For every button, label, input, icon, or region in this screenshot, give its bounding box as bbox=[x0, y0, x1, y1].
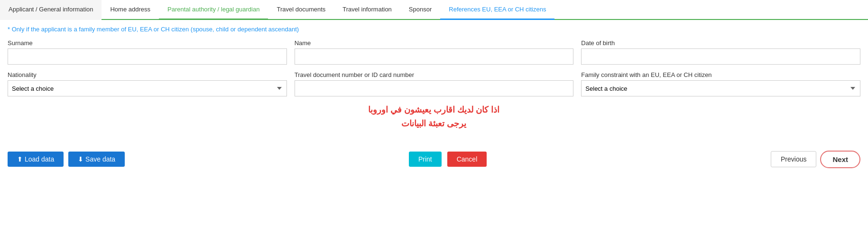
surname-group: Surname bbox=[8, 39, 287, 65]
travel-doc-group: Travel document number or ID card number bbox=[295, 71, 574, 96]
surname-input[interactable] bbox=[8, 48, 287, 65]
row-details: Nationality Select a choice Travel docum… bbox=[8, 71, 860, 96]
dob-label: Date of birth bbox=[581, 39, 860, 47]
family-constraint-group: Family constraint with an EU, EEA or CH … bbox=[581, 71, 860, 96]
tab-travel-docs[interactable]: Travel documents bbox=[268, 0, 334, 20]
name-label: Name bbox=[295, 39, 574, 47]
nav-actions: Previous Next bbox=[771, 151, 860, 168]
save-data-button[interactable]: Save data bbox=[68, 152, 125, 167]
name-input[interactable] bbox=[295, 48, 574, 65]
tab-applicant[interactable]: Applicant / General information bbox=[0, 0, 102, 20]
print-button[interactable]: Print bbox=[409, 152, 442, 167]
print-cancel-actions: Print Cancel bbox=[409, 152, 487, 167]
travel-doc-label: Travel document number or ID card number bbox=[295, 71, 574, 78]
dob-group: Date of birth bbox=[581, 39, 860, 65]
bottom-bar: Load data Save data Print Cancel Previou… bbox=[0, 146, 868, 173]
travel-doc-input[interactable] bbox=[295, 80, 574, 96]
arabic-line2: يرجى تعبئة البيانات bbox=[8, 117, 860, 131]
surname-label: Surname bbox=[8, 39, 287, 47]
tab-references[interactable]: References EU, EEA or CH citizens bbox=[440, 0, 554, 20]
next-button[interactable]: Next bbox=[820, 151, 860, 168]
row-basic-info: Surname Name Date of birth bbox=[8, 39, 860, 65]
previous-button[interactable]: Previous bbox=[771, 151, 816, 167]
name-group: Name bbox=[295, 39, 574, 65]
load-data-button[interactable]: Load data bbox=[8, 152, 64, 167]
tab-parental[interactable]: Parental authority / legal guardian bbox=[159, 0, 268, 20]
family-constraint-label: Family constraint with an EU, EEA or CH … bbox=[581, 71, 860, 78]
arabic-line1: اذا كان لديك اقارب يعيشون في اوروبا bbox=[8, 103, 860, 117]
tab-home-address[interactable]: Home address bbox=[102, 0, 159, 20]
tab-travel-info[interactable]: Travel information bbox=[334, 0, 400, 20]
dob-input[interactable] bbox=[581, 48, 860, 65]
tab-sponsor[interactable]: Sponsor bbox=[400, 0, 440, 20]
nationality-group: Nationality Select a choice bbox=[8, 71, 287, 96]
nationality-select[interactable]: Select a choice bbox=[8, 80, 287, 96]
arabic-message: اذا كان لديك اقارب يعيشون في اوروبا يرجى… bbox=[8, 103, 860, 131]
family-constraint-select[interactable]: Select a choice bbox=[581, 80, 860, 96]
cancel-button[interactable]: Cancel bbox=[447, 152, 487, 167]
tab-bar: Applicant / General information Home add… bbox=[0, 0, 868, 20]
nationality-label: Nationality bbox=[8, 71, 287, 78]
data-actions: Load data Save data bbox=[8, 152, 125, 167]
eu-family-note: * Only if the applicant is a family memb… bbox=[8, 26, 860, 33]
main-content: * Only if the applicant is a family memb… bbox=[0, 20, 868, 146]
